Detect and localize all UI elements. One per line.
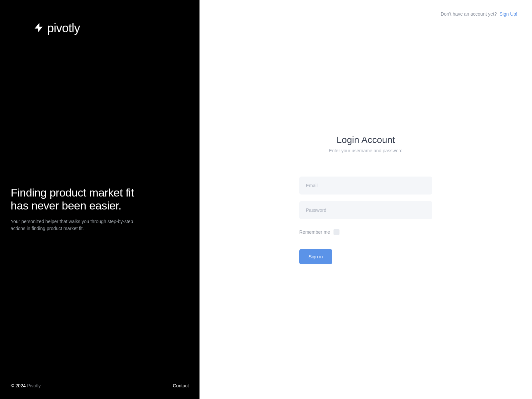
copyright: © 2024 Pivotly [11,383,41,388]
form-title: Login Account [299,135,432,145]
hero-subhead: Your personized helper that walks you th… [11,218,140,232]
hero-section: Finding product market fit has never bee… [11,35,189,383]
password-field[interactable] [299,201,432,219]
signup-prompt: Don't have an account yet? Sign Up! [441,11,517,17]
email-field[interactable] [299,177,432,195]
no-account-text: Don't have an account yet? [441,11,497,17]
form-subtitle: Enter your username and password [299,148,432,153]
signin-button[interactable]: Sign in [299,249,332,264]
copyright-brand: Pivotly [27,383,41,388]
login-form-wrap: Login Account Enter your username and pa… [200,0,532,399]
left-footer: © 2024 Pivotly Contact [11,383,189,388]
logo: pivotly [33,21,189,35]
remember-toggle[interactable] [333,229,339,235]
signup-link[interactable]: Sign Up! [499,11,517,17]
copyright-prefix: © 2024 [11,383,27,388]
bolt-icon [33,22,45,35]
logo-text: pivotly [47,21,80,35]
contact-link[interactable]: Contact [173,383,189,388]
right-panel: Don't have an account yet? Sign Up! Logi… [200,0,532,399]
remember-label: Remember me [299,229,330,235]
remember-row: Remember me [299,229,432,235]
hero-headline: Finding product market fit has never bee… [11,186,189,212]
login-form: Login Account Enter your username and pa… [299,135,432,264]
left-panel: pivotly Finding product market fit has n… [0,0,200,399]
